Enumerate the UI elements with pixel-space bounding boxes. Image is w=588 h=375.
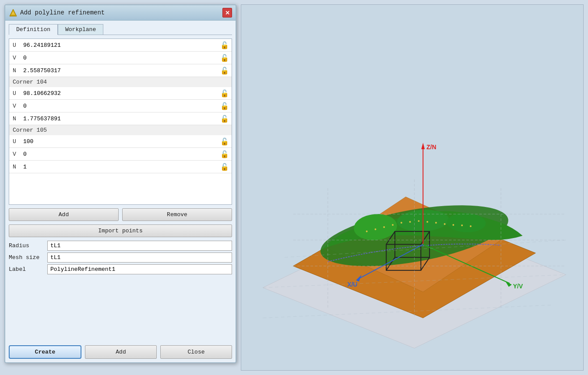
svg-point-15: [409, 221, 411, 223]
lock-icon-v0[interactable]: 🔓: [219, 53, 230, 63]
create-button[interactable]: Create: [9, 345, 81, 359]
meshsize-label: Mesh size: [9, 254, 44, 261]
svg-point-11: [374, 228, 376, 230]
3d-scene: Z/N X/U Y/V: [241, 5, 583, 370]
import-points-button[interactable]: Import points: [9, 224, 232, 237]
field-input-n0[interactable]: [21, 67, 219, 75]
app-icon: [9, 8, 18, 17]
lock-icon-u1[interactable]: 🔓: [219, 88, 230, 98]
svg-point-22: [470, 225, 472, 227]
add-remove-row: Add Remove: [9, 208, 232, 221]
title-left: Add polyline refinement: [9, 8, 105, 17]
meshsize-input[interactable]: [47, 252, 232, 263]
field-label-v1: V: [11, 103, 21, 109]
x-axis-label: X/U: [347, 281, 357, 288]
corner-list[interactable]: U 🔓 V 🔓 N 🔓 Corner 104 U 🔓: [9, 39, 232, 205]
field-label-u0: U: [11, 42, 21, 49]
svg-point-12: [383, 226, 385, 228]
dialog-titlebar: Add polyline refinement ✕: [5, 5, 236, 21]
field-label-u2: U: [11, 138, 21, 145]
corner-104-label: Corner 104: [9, 77, 232, 87]
field-input-u1[interactable]: [21, 89, 219, 98]
svg-point-16: [418, 220, 419, 222]
svg-point-18: [435, 222, 437, 224]
corner-105-label: Corner 105: [9, 125, 232, 135]
tab-definition[interactable]: Definition: [9, 24, 58, 35]
field-input-v2[interactable]: [21, 150, 219, 158]
add-button[interactable]: Add: [9, 208, 119, 221]
field-row: V 🔓: [9, 100, 232, 112]
field-row: N 🔓: [9, 161, 232, 173]
lock-icon-v1[interactable]: 🔓: [219, 101, 230, 111]
field-input-v1[interactable]: [21, 102, 219, 110]
field-label-u1: U: [11, 90, 21, 97]
svg-point-10: [366, 231, 368, 232]
lock-icon-n0[interactable]: 🔓: [219, 65, 230, 76]
field-label-n2: N: [11, 164, 21, 170]
add-polyline-dialog: Add polyline refinement ✕ Definition Wor…: [4, 4, 236, 363]
lock-icon-v2[interactable]: 🔓: [219, 149, 230, 159]
svg-point-17: [426, 221, 428, 223]
svg-point-20: [452, 224, 454, 226]
properties-section: Radius Mesh size Label: [9, 241, 232, 274]
remove-button[interactable]: Remove: [122, 208, 232, 221]
field-row: V 🔓: [9, 148, 232, 161]
field-label-v2: V: [11, 151, 21, 158]
field-row: U 🔓: [9, 135, 232, 148]
field-input-n1[interactable]: [21, 115, 219, 123]
field-input-v0[interactable]: [21, 54, 219, 62]
svg-point-19: [444, 223, 446, 225]
close-button[interactable]: Close: [160, 345, 232, 359]
tab-bar: Definition Workplane: [9, 24, 232, 35]
field-input-n2[interactable]: [21, 163, 219, 171]
label-input[interactable]: [47, 264, 232, 274]
svg-point-14: [401, 222, 402, 224]
svg-point-13: [392, 224, 394, 226]
meshsize-row: Mesh size: [9, 252, 232, 263]
3d-viewport[interactable]: Z/N X/U Y/V: [241, 4, 584, 371]
field-row: V 🔓: [9, 52, 232, 64]
close-icon[interactable]: ✕: [222, 8, 232, 18]
lock-icon-u2[interactable]: 🔓: [219, 136, 230, 147]
field-label-v0: V: [11, 55, 21, 61]
field-row: U 🔓: [9, 87, 232, 100]
label-row: Label: [9, 264, 232, 274]
lock-icon-n2[interactable]: 🔓: [219, 161, 230, 172]
z-axis-label: Z/N: [426, 144, 436, 151]
field-row: N 🔓: [9, 112, 232, 125]
radius-row: Radius: [9, 241, 232, 251]
tab-workplane[interactable]: Workplane: [58, 24, 103, 35]
add-bottom-button[interactable]: Add: [85, 345, 157, 359]
label-label: Label: [9, 266, 44, 273]
field-label-n0: N: [11, 67, 21, 74]
field-label-n1: N: [11, 116, 21, 122]
radius-label: Radius: [9, 242, 44, 249]
field-input-u0[interactable]: [21, 41, 219, 49]
dialog-title: Add polyline refinement: [20, 9, 105, 16]
radius-input[interactable]: [47, 241, 232, 251]
field-input-u2[interactable]: [21, 137, 219, 146]
lock-icon-n1[interactable]: 🔓: [219, 113, 230, 124]
svg-point-21: [461, 224, 463, 226]
bottom-buttons: Create Add Close: [9, 342, 232, 359]
dialog-body: Definition Workplane U 🔓 V 🔓 N 🔓: [5, 21, 236, 362]
field-row: N 🔓: [9, 64, 232, 77]
y-axis-label: Y/V: [513, 283, 523, 290]
field-row: U 🔓: [9, 39, 232, 52]
lock-icon-u0[interactable]: 🔓: [219, 40, 230, 50]
